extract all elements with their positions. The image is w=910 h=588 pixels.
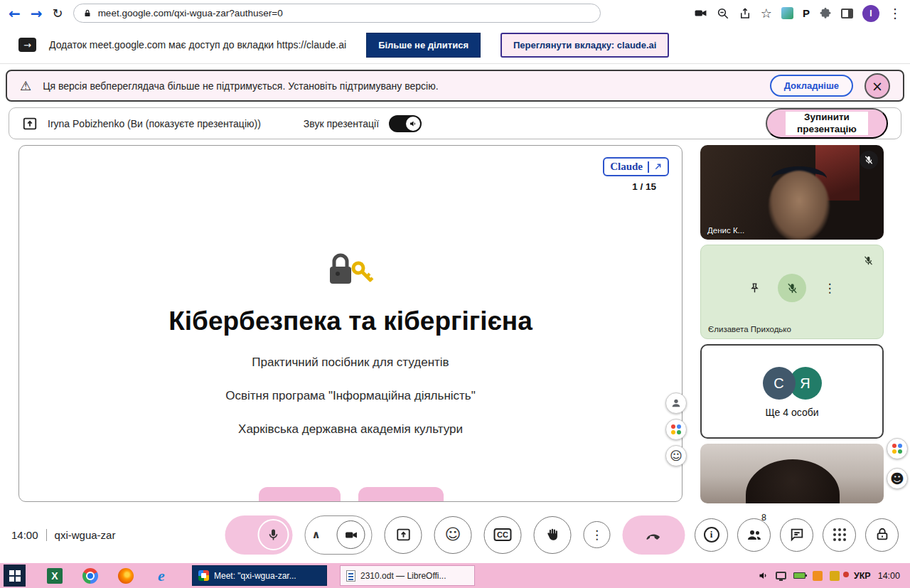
extension-p-icon[interactable]: P — [803, 7, 810, 19]
mic-button[interactable] — [225, 515, 293, 555]
floating-grid-button-2[interactable] — [887, 438, 908, 459]
meeting-meta: 14:00 qxi-wgua-zar — [11, 529, 115, 541]
camera-in-use-icon[interactable] — [694, 6, 707, 20]
profile-avatar[interactable]: I — [862, 5, 879, 22]
more-options-button[interactable]: ⋮ — [584, 521, 611, 548]
extension-image-icon[interactable] — [781, 7, 793, 19]
slide-nav-button-left[interactable] — [259, 487, 341, 502]
tab-share-message: Додаток meet.google.com має доступ до вк… — [49, 39, 346, 50]
presentation-audio-toggle[interactable] — [389, 115, 422, 132]
floating-grid-button[interactable] — [665, 419, 687, 440]
leave-call-button[interactable] — [623, 515, 685, 555]
taskbar-excel-icon[interactable]: X — [44, 565, 65, 587]
more-participants-tile[interactable]: С Я Ще 4 особи — [700, 344, 884, 439]
host-controls-button[interactable] — [865, 518, 899, 552]
tab-share-icon: → — [18, 38, 36, 52]
tray-app-icon-2[interactable] — [830, 571, 840, 581]
participant-tile-2[interactable]: ⋮ Єлизавета Приходько — [700, 245, 884, 339]
bookmark-star-icon[interactable]: ☆ — [761, 6, 772, 21]
meeting-details-button[interactable]: i — [695, 518, 728, 552]
close-warning-button[interactable]: × — [864, 73, 890, 99]
present-button[interactable] — [385, 516, 422, 554]
colorful-grid-icon — [892, 444, 902, 454]
slide-nav-button-right[interactable] — [358, 487, 444, 502]
activities-button[interactable] — [823, 518, 856, 552]
back-button[interactable]: ← — [9, 5, 21, 22]
present-icon — [22, 116, 38, 132]
hand-icon — [545, 527, 560, 542]
camera-button[interactable]: ∧ — [305, 515, 373, 555]
meeting-controls-bar: 14:00 qxi-wgua-zar ∧ ☺ — [0, 506, 910, 563]
floating-face-button[interactable]: ☻ — [887, 468, 908, 489]
battery-icon[interactable] — [793, 572, 805, 579]
participant-video — [769, 171, 830, 240]
raise-hand-button[interactable] — [534, 516, 572, 554]
volume-icon[interactable] — [758, 570, 769, 581]
lock-key-art — [326, 252, 375, 287]
tray-app-icon-1[interactable] — [813, 571, 823, 581]
mic-off-icon — [860, 151, 878, 169]
windows-taskbar: X e Meet: "qxi-wgua-zar... 2310.odt — Li… — [0, 563, 910, 588]
share-icon[interactable] — [739, 7, 751, 20]
expand-icon[interactable] — [654, 163, 662, 171]
clock[interactable]: 14:00 — [878, 571, 900, 581]
taskbar-libreoffice-window[interactable]: 2310.odt — LibreOffi... — [340, 565, 475, 586]
toolbar-right-icons: ☆ P I ⋮ — [694, 5, 901, 22]
taskbar-chrome-icon[interactable] — [80, 565, 101, 587]
start-button[interactable] — [4, 565, 26, 587]
zoom-out-icon[interactable] — [717, 7, 729, 20]
taskbar-meet-window[interactable]: Meet: "qxi-wgua-zar... — [192, 565, 327, 586]
slide-subtitle-3: Харківська державна академія культури — [19, 422, 682, 437]
claude-chip[interactable]: Claude — [603, 157, 669, 176]
meet-window-title: Meet: "qxi-wgua-zar... — [214, 571, 296, 581]
participant-tile-4[interactable] — [700, 444, 884, 503]
more-options-button[interactable]: ⋮ — [818, 276, 842, 300]
tab-share-banner: → Додаток meet.google.com має доступ до … — [0, 26, 910, 64]
toggle-knob — [406, 117, 420, 131]
browser-toolbar: ← → ↻ meet.google.com/qxi-wgua-zar?authu… — [0, 0, 910, 26]
participant-tile-1[interactable]: Денис К... — [700, 145, 884, 240]
forward-button[interactable]: → — [31, 5, 43, 22]
side-panel-icon[interactable] — [841, 9, 853, 18]
slide-subtitle-2: Освітня програма "Інформаційна діяльніст… — [19, 389, 682, 403]
captions-button[interactable]: CC — [484, 516, 522, 554]
details-button[interactable]: Докладніше — [770, 75, 853, 97]
taskbar-firefox-icon[interactable] — [115, 565, 136, 587]
view-tab-button[interactable]: Переглянути вкладку: claude.ai — [500, 33, 669, 58]
floating-smile-button[interactable]: ☺ — [665, 445, 687, 466]
stop-presentation-button[interactable]: Зупинити презентацію — [766, 108, 888, 138]
mic-icon — [258, 519, 289, 550]
pin-button[interactable] — [742, 276, 766, 300]
lock-icon — [82, 9, 92, 18]
url-text: meet.google.com/qxi-wgua-zar?authuser=0 — [98, 8, 283, 18]
reload-button[interactable]: ↻ — [53, 6, 63, 21]
firefox-icon — [118, 568, 134, 584]
chat-button[interactable] — [780, 518, 813, 552]
floating-person-button[interactable] — [665, 392, 687, 414]
extensions-puzzle-icon[interactable] — [819, 7, 832, 20]
taskbar-ie-icon[interactable]: e — [151, 565, 172, 587]
colorful-grid-icon — [671, 424, 681, 434]
slide-body: Кібербезпека та кібергігієна Практичний … — [19, 146, 682, 437]
host-controls-lock-icon — [874, 527, 890, 542]
mute-button[interactable] — [778, 274, 806, 302]
document-icon — [346, 570, 355, 582]
language-indicator[interactable]: УКР — [854, 571, 871, 581]
stop-sharing-button[interactable]: Більше не ділитися — [366, 33, 481, 58]
smile-icon: ☺ — [670, 450, 682, 462]
shared-slide: Claude 1 / 15 Кібербезпека та кібергігіє… — [18, 145, 682, 502]
chevron-up-icon[interactable]: ∧ — [312, 528, 321, 541]
meeting-code: qxi-wgua-zar — [55, 529, 116, 541]
warning-message: Ця версія вебпереглядача більше не підтр… — [43, 80, 438, 92]
meta-divider — [46, 529, 47, 541]
presentation-audio-label: Звук презентації — [304, 118, 379, 129]
browser-menu-icon[interactable]: ⋮ — [889, 6, 901, 21]
address-bar[interactable]: meet.google.com/qxi-wgua-zar?authuser=0 — [73, 4, 601, 23]
claude-label: Claude — [610, 161, 643, 173]
display-icon[interactable] — [776, 572, 786, 579]
participants-button[interactable]: 8 — [737, 518, 771, 552]
reactions-button[interactable]: ☺ — [434, 516, 472, 554]
windows-logo-icon — [9, 570, 21, 582]
apps-grid-icon — [833, 528, 846, 541]
participant-name: Денис К... — [707, 226, 744, 235]
